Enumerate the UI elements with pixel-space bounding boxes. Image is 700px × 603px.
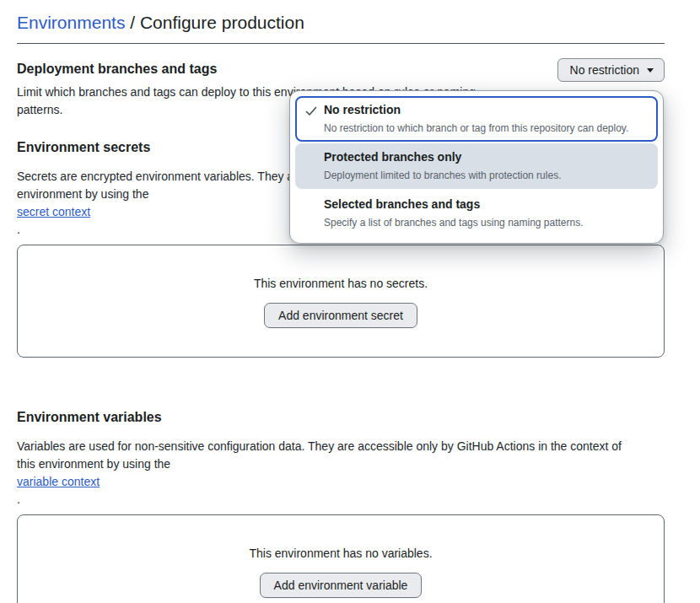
variables-desc-line2-text: this environment by using the bbox=[17, 455, 665, 473]
environment-settings-page: Environments / Configure production Depl… bbox=[0, 0, 700, 603]
menu-item-protected-branches-only[interactable]: Protected branches only Deployment limit… bbox=[295, 143, 658, 189]
menu-item-title: Protected branches only bbox=[324, 150, 649, 164]
variables-desc-line1: Variables are used for non-sensitive con… bbox=[17, 438, 665, 455]
secrets-empty-box: This environment has no secrets. Add env… bbox=[17, 245, 665, 358]
variables-desc-line2-period: . bbox=[17, 491, 665, 509]
branch-restriction-selected-value: No restriction bbox=[570, 63, 639, 77]
variables-empty-text: This environment has no variables. bbox=[249, 546, 432, 560]
secrets-empty-text: This environment has no secrets. bbox=[254, 277, 428, 290]
page-header: Environments / Configure production bbox=[17, 0, 665, 44]
add-environment-secret-button[interactable]: Add environment secret bbox=[264, 303, 417, 328]
menu-item-selected-branches-and-tags[interactable]: Selected branches and tags Specify a lis… bbox=[295, 191, 658, 236]
environment-variables-description: Variables are used for non-sensitive con… bbox=[17, 438, 665, 509]
menu-item-title: Selected branches and tags bbox=[324, 197, 649, 212]
menu-item-no-restriction[interactable]: No restriction No restriction to which b… bbox=[295, 96, 658, 142]
variables-desc-line2: this environment by using the variable c… bbox=[17, 455, 665, 509]
breadcrumb-environments-link[interactable]: Environments bbox=[17, 13, 125, 32]
menu-item-description: Deployment limited to branches with prot… bbox=[324, 170, 649, 182]
variable-context-link[interactable]: variable context bbox=[17, 475, 100, 488]
page-title: Environments / Configure production bbox=[17, 11, 665, 34]
branch-restriction-dropdown-menu: No restriction No restriction to which b… bbox=[289, 90, 664, 244]
menu-item-description: Specify a list of branches and tags usin… bbox=[324, 217, 649, 229]
menu-item-title: No restriction bbox=[324, 103, 649, 117]
deployment-branches-heading: Deployment branches and tags bbox=[17, 61, 476, 78]
environment-variables-heading: Environment variables bbox=[17, 409, 665, 426]
chevron-down-icon bbox=[647, 68, 654, 73]
menu-item-description: No restriction to which branch or tag fr… bbox=[324, 122, 649, 135]
breadcrumb-current: Configure production bbox=[140, 13, 304, 32]
variables-empty-box: This environment has no variables. Add e… bbox=[17, 514, 665, 603]
check-icon bbox=[304, 105, 318, 118]
branch-restriction-select-button[interactable]: No restriction bbox=[557, 58, 665, 82]
add-environment-variable-button[interactable]: Add environment variable bbox=[260, 573, 423, 598]
breadcrumb-separator: / bbox=[125, 13, 140, 32]
secret-context-link[interactable]: secret context bbox=[17, 205, 90, 218]
